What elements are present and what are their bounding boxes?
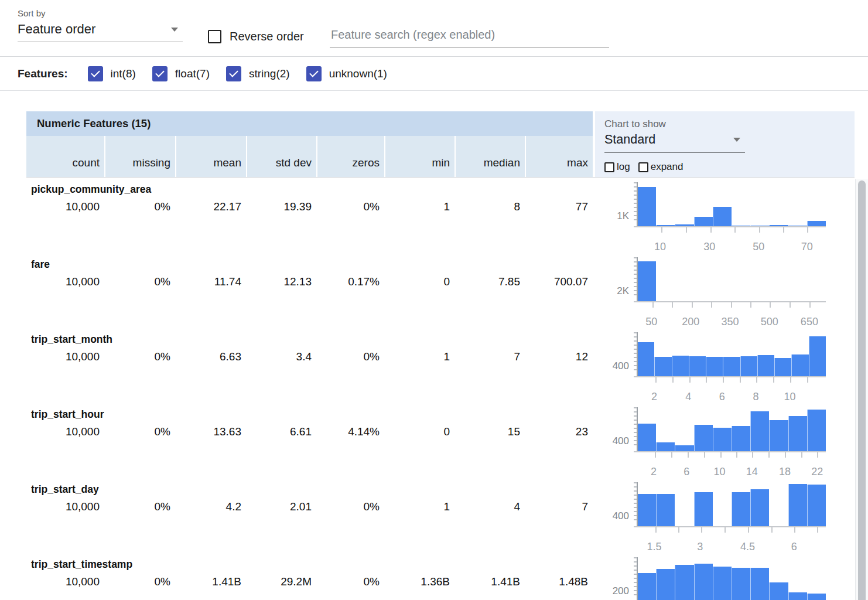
histogram-bar [723, 357, 740, 376]
sort-by-select[interactable]: Sort by Feature order [18, 8, 183, 42]
histogram-bar [675, 445, 693, 451]
scrollbar-thumb[interactable] [858, 180, 866, 600]
x-axis-line [634, 376, 826, 377]
x-tick-label: 10 [713, 466, 725, 478]
feature-search [330, 26, 609, 48]
histogram-bar [638, 261, 656, 301]
column-header-std-dev: std dev [246, 136, 316, 177]
column-header-min: min [384, 136, 454, 177]
x-tick-label: 200 [682, 316, 699, 328]
feature-type-label: string(2) [249, 67, 290, 80]
stat-zeros: 0.17% [316, 274, 384, 289]
vertical-scrollbar[interactable] [855, 179, 868, 600]
stat-median: 4 [454, 499, 525, 514]
stat-zeros: 0% [316, 349, 384, 364]
column-header-row: countmissingmeanstd devzerosminmedianmax [26, 136, 593, 177]
y-axis-tick [634, 349, 637, 350]
x-axis-tick [655, 527, 657, 533]
x-axis-labels: 10305070 [637, 241, 826, 253]
stat-mean: 22.17 [175, 199, 246, 214]
y-axis-tick [634, 340, 637, 342]
x-axis-tick [817, 527, 818, 533]
expand-checkbox[interactable]: expand [638, 161, 684, 173]
feature-search-input[interactable] [330, 26, 609, 48]
stat-zeros: 4.14% [316, 424, 384, 439]
x-axis-tick [686, 227, 687, 233]
histogram-plot [637, 482, 826, 526]
histogram-bars [638, 482, 826, 526]
feature-name: trip_start_hour [26, 408, 593, 421]
x-tick-label: 6 [791, 541, 797, 553]
feature-row: pickup_community_area10,0000%22.1719.390… [26, 178, 855, 253]
facets-overview-app: Sort by Feature order Reverse order Feat… [0, 0, 868, 600]
x-axis-tick [783, 227, 784, 233]
x-axis-line [634, 526, 826, 527]
feature-type-label: int(8) [111, 67, 136, 80]
stat-min: 1.36B [384, 574, 454, 589]
histogram-plot [637, 557, 826, 600]
x-axis-tick [655, 452, 656, 458]
y-axis-tick [634, 594, 637, 595]
x-tick-label: 8 [753, 391, 758, 403]
x-tick-label: 4 [685, 391, 691, 403]
stat-missing: 0% [104, 574, 175, 589]
feature-name: trip_start_day [26, 483, 593, 496]
histogram-bar [788, 592, 807, 600]
histogram-bar [774, 358, 791, 376]
feature-histogram: 200 [593, 553, 855, 600]
y-axis-label: 200 [593, 585, 629, 597]
stat-zeros: 0% [316, 199, 384, 214]
feature-type-filter-int[interactable]: int(8) [88, 66, 136, 81]
histogram-bar [694, 492, 713, 526]
y-axis-tick [634, 565, 637, 567]
stat-median: 15 [454, 424, 525, 439]
feature-type-filter-float[interactable]: float(7) [152, 66, 210, 81]
x-tick-label: 1.5 [647, 541, 662, 553]
y-axis-label: 400 [593, 510, 629, 522]
stat-count: 10,000 [26, 574, 104, 589]
chart-type-select[interactable]: Standard [604, 132, 745, 153]
feature-stat-values: 10,0000%11.7412.130.17%07.85700.07 [26, 274, 593, 289]
y-axis-tick [634, 345, 637, 346]
chart-to-show-label: Chart to show [604, 118, 666, 130]
column-header-max: max [525, 136, 593, 177]
stat-zeros: 0% [316, 499, 384, 514]
feature-stat-values: 10,0000%6.633.40%1712 [26, 349, 593, 364]
feature-type-filter-unknown[interactable]: unknown(1) [306, 66, 387, 81]
reverse-order-checkbox[interactable]: Reverse order [208, 30, 304, 43]
stat-count: 10,000 [26, 349, 104, 364]
y-axis-tick [634, 199, 637, 200]
histogram-bars [638, 182, 826, 226]
features-filter: Features: int(8)float(7)string(2)unknown… [0, 57, 868, 91]
feature-histogram: 2K50200350500650 [593, 253, 855, 328]
histogram-bar [638, 494, 656, 526]
column-header-mean: mean [175, 136, 246, 177]
checkbox-unchecked-icon [638, 162, 648, 172]
stat-mean: 13.63 [175, 424, 246, 439]
sort-by-label: Sort by [18, 8, 183, 18]
feature-stats: pickup_community_area10,0000%22.1719.390… [26, 178, 593, 253]
feature-type-filter-string[interactable]: string(2) [226, 66, 290, 81]
stat-max: 23 [525, 424, 593, 439]
stat-median: 1.41B [454, 574, 525, 589]
stat-missing: 0% [104, 349, 175, 364]
log-checkbox[interactable]: log [604, 161, 630, 173]
x-tick-label: 2 [651, 391, 657, 403]
expand-label: expand [651, 161, 684, 173]
histogram-bar [689, 356, 706, 376]
histogram-bar [769, 582, 788, 600]
y-axis-tick [634, 294, 637, 295]
x-axis-line [634, 301, 826, 302]
feature-stat-values: 10,0000%13.636.614.14%01523 [26, 424, 593, 439]
histogram-bar [694, 217, 713, 227]
feature-name: trip_start_timestamp [26, 558, 593, 571]
column-header-median: median [454, 136, 525, 177]
y-axis-tick [634, 424, 637, 425]
stat-min: 1 [384, 349, 454, 364]
x-tick-label: 18 [779, 466, 791, 478]
x-axis-tick [710, 227, 712, 233]
histogram-bar [740, 356, 757, 376]
stat-mean: 6.63 [175, 349, 246, 364]
histogram-bar [706, 357, 723, 376]
stat-std-dev: 2.01 [246, 499, 316, 514]
